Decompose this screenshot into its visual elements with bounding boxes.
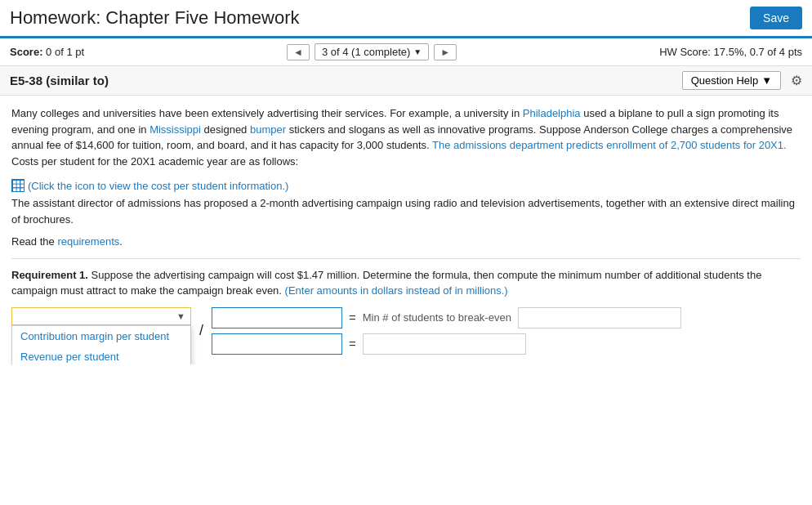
requirements-link[interactable]: requirements <box>57 235 119 248</box>
page-title: Homework: Chapter Five Homework <box>10 7 300 29</box>
nav-label[interactable]: 3 of 4 (1 complete) ▼ <box>315 43 429 60</box>
equals-sign-2: = <box>349 337 356 351</box>
nav-dropdown-arrow: ▼ <box>413 47 422 56</box>
nav-prev-button[interactable]: ◄ <box>287 44 310 60</box>
dropdown-arrow-icon: ▼ <box>176 311 185 321</box>
formula-input-1[interactable] <box>212 307 342 328</box>
problem-paragraph1: Many colleges and universities have been… <box>11 105 801 169</box>
formula-result-input-2[interactable] <box>363 333 526 355</box>
top-bar: Homework: Chapter Five Homework Save <box>0 0 812 38</box>
gear-icon[interactable]: ⚙ <box>791 73 802 88</box>
grid-icon <box>11 179 25 192</box>
requirement-note: (Enter amounts in dollars instead of in … <box>285 284 508 297</box>
slash-divider: / <box>199 322 203 339</box>
break-even-result-input[interactable] <box>518 307 681 328</box>
score-label: Score: <box>10 46 42 58</box>
formula-area: ▼ Contribution margin per student Revenu… <box>11 307 801 355</box>
dropdown-option-1[interactable]: Contribution margin per student <box>12 326 190 346</box>
right-formula: = Min # of students to break-even = <box>212 307 681 355</box>
nav-next-button[interactable]: ► <box>434 44 457 60</box>
score-value: 0 of 1 pt <box>46 46 84 58</box>
formula-row-2: = <box>212 333 681 355</box>
score-info: Score: 0 of 1 pt <box>10 46 84 58</box>
hw-score-info: HW Score: 17.5%, 0.7 of 4 pts <box>659 46 802 58</box>
nav-center: ◄ 3 of 4 (1 complete) ▼ ► <box>287 43 457 60</box>
formula-row-1: = Min # of students to break-even <box>212 307 681 328</box>
score-bar: Score: 0 of 1 pt ◄ 3 of 4 (1 complete) ▼… <box>0 38 812 66</box>
hw-score-value: 17.5%, 0.7 of 4 pts <box>714 46 802 58</box>
question-id: E5-38 (similar to) <box>10 74 109 87</box>
dropdown-container: ▼ Contribution margin per student Revenu… <box>11 307 191 325</box>
equals-sign-1: = <box>349 311 356 324</box>
dropdown-option-2[interactable]: Revenue per student <box>12 346 190 364</box>
question-help-button[interactable]: Question Help ▼ <box>682 71 781 90</box>
dropdown-menu: Contribution margin per student Revenue … <box>11 325 191 364</box>
content-area: Many colleges and universities have been… <box>0 96 812 364</box>
formula-input-2[interactable] <box>212 333 342 355</box>
result-label: Min # of students to break-even <box>363 311 511 324</box>
view-cost-info-link[interactable]: (Click the icon to view the cost per stu… <box>11 179 288 192</box>
save-button[interactable]: Save <box>750 7 802 29</box>
requirement-section: Requirement 1. Suppose the advertising c… <box>11 267 801 355</box>
requirement-description: Requirement 1. Suppose the advertising c… <box>11 267 801 299</box>
problem-paragraph2: The assistant director of admissions has… <box>11 195 801 227</box>
requirement-bold: Requirement 1. <box>11 269 88 281</box>
requirements-text: Read the requirements. <box>11 234 801 250</box>
question-bar: E5-38 (similar to) Question Help ▼ ⚙ <box>0 66 812 96</box>
section-divider <box>11 258 801 259</box>
formula-dropdown[interactable]: ▼ <box>11 307 191 325</box>
hw-score-label: HW Score: <box>659 46 711 58</box>
